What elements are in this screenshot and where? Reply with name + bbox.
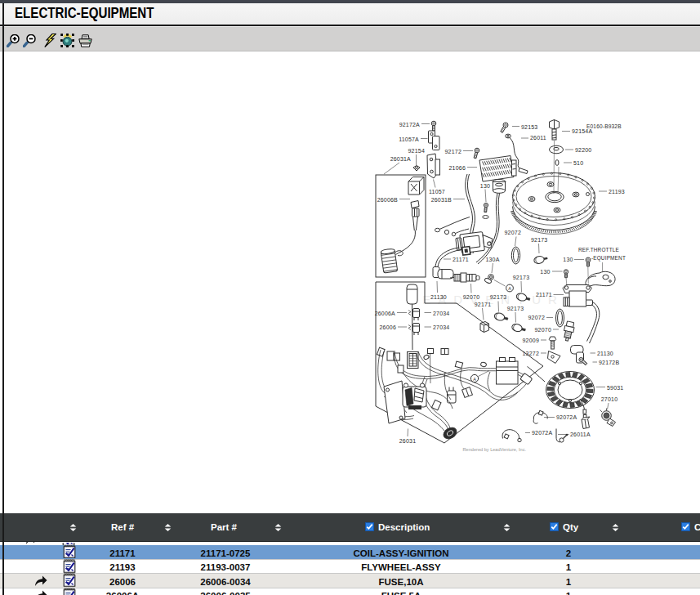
svg-text:21171: 21171 — [536, 292, 552, 298]
svg-text:21130: 21130 — [597, 351, 613, 356]
svg-text:92072: 92072 — [528, 315, 545, 320]
svg-text:REF.THROTTLE: REF.THROTTLE — [578, 247, 619, 253]
svg-text:26031: 26031 — [399, 438, 416, 444]
svg-text:92072A: 92072A — [532, 430, 552, 436]
svg-text:92072: 92072 — [505, 230, 521, 235]
svg-text:21066: 21066 — [449, 165, 466, 171]
svg-text:92200: 92200 — [575, 147, 591, 153]
svg-text:27034: 27034 — [433, 324, 449, 330]
svg-text:21130: 21130 — [430, 294, 447, 300]
svg-text:26031B: 26031B — [431, 197, 452, 203]
svg-text:59031: 59031 — [607, 385, 623, 391]
svg-text:92172B: 92172B — [599, 360, 619, 365]
svg-text:92154A: 92154A — [572, 128, 592, 134]
svg-text:92173: 92173 — [507, 306, 524, 311]
svg-text:92173: 92173 — [513, 275, 529, 280]
svg-text:92154: 92154 — [408, 148, 425, 154]
svg-text:26006: 26006 — [380, 324, 396, 330]
svg-text:92153: 92153 — [521, 124, 537, 130]
svg-text:92009: 92009 — [523, 338, 539, 343]
svg-text:A: A — [473, 377, 476, 382]
svg-text:26011: 26011 — [530, 135, 546, 141]
svg-text:-EQUIPMENT: -EQUIPMENT — [591, 255, 626, 262]
svg-text:92171: 92171 — [475, 302, 491, 307]
svg-text:130: 130 — [563, 257, 573, 262]
svg-text:A: A — [508, 286, 511, 291]
svg-text:21171: 21171 — [453, 257, 469, 262]
svg-text:26011A: 26011A — [570, 432, 591, 437]
svg-text:92173: 92173 — [490, 294, 506, 300]
svg-text:27010: 27010 — [601, 396, 618, 402]
svg-text:26031A: 26031A — [390, 156, 411, 162]
svg-text:11057: 11057 — [429, 189, 445, 195]
svg-text:Rendered by LeadVenture, Inc.: Rendered by LeadVenture, Inc. — [463, 447, 527, 452]
svg-text:92172A: 92172A — [399, 122, 420, 128]
svg-text:92072A: 92072A — [556, 414, 577, 420]
svg-text:130: 130 — [540, 269, 550, 275]
svg-text:92070: 92070 — [463, 294, 479, 300]
svg-text:92070: 92070 — [535, 327, 551, 333]
svg-text:27034: 27034 — [433, 311, 449, 316]
svg-text:130A: 130A — [485, 257, 499, 262]
svg-text:92172: 92172 — [445, 149, 461, 154]
svg-text:92173: 92173 — [531, 237, 547, 243]
svg-text:11057A: 11057A — [399, 136, 419, 142]
svg-text:510: 510 — [573, 160, 583, 166]
svg-text:26006A: 26006A — [375, 311, 395, 316]
svg-text:21193: 21193 — [609, 189, 625, 195]
svg-text:26006B: 26006B — [377, 197, 398, 203]
svg-text:130: 130 — [480, 183, 490, 189]
